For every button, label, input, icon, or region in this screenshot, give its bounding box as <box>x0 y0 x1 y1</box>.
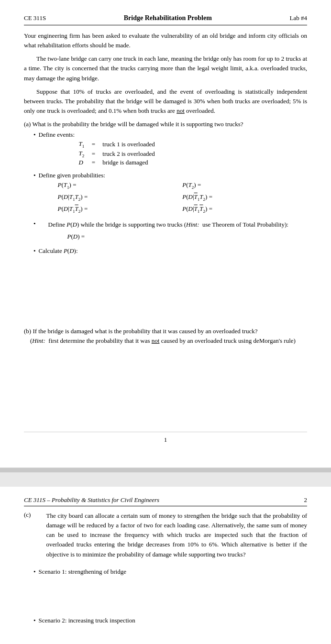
intro-para-2: The two-lane bridge can carry one truck … <box>24 54 307 83</box>
lab-number: Lab #4 <box>290 14 307 22</box>
work-space-b <box>24 346 307 422</box>
define-pd-text: Define P(D) while the bridge is supporti… <box>48 221 288 228</box>
page-header: CE 311S Bridge Rehabilitation Problem La… <box>24 14 307 22</box>
scenario-1-label: Scenario 1: strengthening of bridge <box>39 568 307 576</box>
bullet-dot-3: • <box>33 220 36 228</box>
work-space-a <box>24 258 307 320</box>
document-title: Bridge Rehabilitation Problem <box>124 14 212 22</box>
event-var-t1: T1 <box>77 140 87 149</box>
event-row-d: D = bridge is damaged <box>77 158 157 167</box>
prob-right-2: P(D|T1T2) = <box>182 191 307 203</box>
scenario-2-work-space <box>24 627 307 644</box>
define-pd-section: • Define P(D) while the bridge is suppor… <box>33 220 307 245</box>
page-1: CE 311S Bridge Rehabilitation Problem La… <box>0 0 331 469</box>
bullet-content-events: Define events: T1 = truck 1 is overloade… <box>39 131 307 169</box>
events-table: T1 = truck 1 is overloaded T2 = truck 2 … <box>77 140 307 167</box>
scenario-2-label: Scenario 2: increasing truck inspection <box>39 617 307 624</box>
bullet-scenario-1: • Scenario 1: strengthening of bridge <box>33 568 307 576</box>
bullet-define-pd: • Define P(D) while the bridge is suppor… <box>33 220 307 245</box>
page2-header-title: CE 311S – Probability & Statistics for C… <box>24 496 159 504</box>
question-c-text: The city board can allocate a certain su… <box>46 511 307 559</box>
event-eq-d: = <box>86 158 100 167</box>
define-events-label: Define events: <box>39 131 75 138</box>
define-events-section: • Define events: T1 = truck 1 is overloa… <box>33 131 307 169</box>
bullet-content-calc: Calculate P(D): <box>39 247 307 255</box>
calc-pd-section: • Calculate P(D): <box>33 247 307 255</box>
event-desc-t2: truck 2 is overloaded <box>100 149 156 159</box>
prob-right-3: P(D|T1T2) = <box>182 203 307 215</box>
event-var-t2: T2 <box>77 149 87 159</box>
intro-para-3: Suppose that 10% of trucks are overloade… <box>24 87 307 116</box>
bullet-dot-s1: • <box>33 568 36 576</box>
bullet-dot-1: • <box>33 131 36 139</box>
define-probs-section: • Define given probabilities: P(T1) = P(… <box>33 172 307 217</box>
calc-pd-label: Calculate P(D): <box>39 247 78 254</box>
page-2: CE 311S – Probability & Statistics for C… <box>0 487 331 644</box>
bullet-content-probs: Define given probabilities: P(T1) = P(T2… <box>39 172 307 217</box>
event-var-d: D <box>77 158 87 167</box>
intro-para-1: Your engineering firm has been asked to … <box>24 31 307 50</box>
question-c-container: (c) The city board can allocate a certai… <box>24 511 307 563</box>
bullet-define-events: • Define events: T1 = truck 1 is overloa… <box>33 131 307 169</box>
header-rule <box>24 25 307 25</box>
question-b: (b) If the bridge is damaged what is the… <box>24 327 307 346</box>
pd-expression: P(D) = <box>67 233 307 240</box>
page-gap <box>0 472 331 487</box>
prob-left-1: P(T1) = <box>58 179 183 191</box>
scenario-2-section: • Scenario 2: increasing truck inspectio… <box>33 617 307 624</box>
event-row-t1: T1 = truck 1 is overloaded <box>77 140 157 149</box>
event-desc-t1: truck 1 is overloaded <box>100 140 156 149</box>
bullet-calc-pd: • Calculate P(D): <box>33 247 307 255</box>
question-c-label: (c) <box>24 511 31 519</box>
scenario-1-section: • Scenario 1: strengthening of bridge <box>33 568 307 576</box>
scenario-1-work-space <box>24 579 307 617</box>
event-row-t2: T2 = truck 2 is overloaded <box>77 149 157 159</box>
prob-left-2: P(D|T1T2) = <box>58 191 183 203</box>
define-probs-label: Define given probabilities: <box>39 172 105 179</box>
page-separator-bar <box>0 469 331 472</box>
page2-header: CE 311S – Probability & Statistics for C… <box>24 496 307 506</box>
course-code: CE 311S <box>24 14 46 22</box>
bullet-content-pd: Define P(D) while the bridge is supporti… <box>39 220 307 245</box>
bullet-dot-2: • <box>33 172 36 179</box>
event-eq-t2: = <box>86 149 100 159</box>
bullet-dot-4: • <box>33 247 36 255</box>
probs-grid: P(T1) = P(T2) = P(D|T1T2) = P(D|T1T2) = … <box>58 179 307 215</box>
page-number-1: 1 <box>24 432 307 446</box>
bullet-define-probs: • Define given probabilities: P(T1) = P(… <box>33 172 307 217</box>
prob-right-1: P(T2) = <box>182 179 307 191</box>
bullet-dot-s2: • <box>33 617 36 624</box>
prob-left-3: P(D|T1T2) = <box>58 203 183 215</box>
event-desc-d: bridge is damaged <box>100 158 156 167</box>
bullet-scenario-2: • Scenario 2: increasing truck inspectio… <box>33 617 307 624</box>
page2-header-number: 2 <box>304 496 308 504</box>
question-a-label: (a) What is the probability the bridge w… <box>24 120 307 128</box>
event-eq-t1: = <box>86 140 100 149</box>
